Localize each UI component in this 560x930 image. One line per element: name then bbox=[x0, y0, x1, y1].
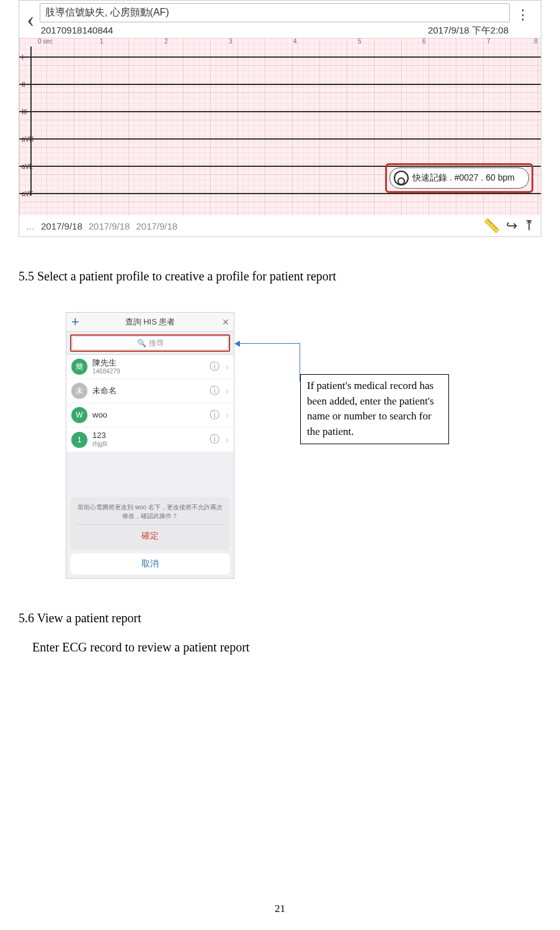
ecg-datetime: 2017/9/18 下午2:08 bbox=[428, 25, 509, 37]
search-input[interactable]: 🔍 搜尋 bbox=[72, 336, 228, 350]
list-item[interactable]: 1123rhjgfiiⓘ› bbox=[66, 427, 234, 452]
avatar: 1 bbox=[71, 432, 87, 448]
add-icon[interactable]: + bbox=[71, 313, 79, 331]
footer-date[interactable]: 2017/9/18 bbox=[41, 221, 82, 231]
quick-record-callout: 快速記錄 . #0027 . 60 bpm bbox=[385, 163, 533, 193]
footer-date[interactable]: 2017/9/18 bbox=[89, 221, 130, 231]
section-5-6-body: Enter ECG record to review a patient rep… bbox=[32, 640, 541, 655]
info-icon[interactable]: ⓘ bbox=[210, 409, 220, 422]
confirm-button[interactable]: 確定 bbox=[76, 524, 224, 547]
avatar: 未 bbox=[71, 383, 87, 399]
quick-record-text: 快速記錄 . #0027 . 60 bpm bbox=[412, 172, 515, 184]
avatar: 簡 bbox=[71, 359, 87, 375]
share-icon[interactable]: ↪ bbox=[506, 218, 517, 234]
ecg-title: 肢導信號缺失, 心房顫動(AF) bbox=[40, 3, 510, 22]
avatar: W bbox=[71, 407, 87, 423]
export-icon[interactable]: ⤒ bbox=[523, 218, 535, 234]
footer-ellipsis[interactable]: … bbox=[25, 221, 35, 231]
chevron-right-icon: › bbox=[226, 410, 229, 420]
list-item[interactable]: 未未命名ⓘ› bbox=[66, 379, 234, 403]
patient-name: 未命名 bbox=[92, 387, 117, 396]
info-icon[interactable]: ⓘ bbox=[210, 433, 220, 446]
section-5-6: 5.6 View a patient report bbox=[19, 611, 541, 625]
chevron-right-icon: › bbox=[226, 386, 229, 396]
more-icon[interactable]: ⋮ bbox=[510, 3, 536, 23]
patient-sub: rhjgfii bbox=[92, 440, 107, 448]
patient-list-screenshot: + 查詢 HIS 患者 × 🔍 搜尋 簡陳先生14684279ⓘ›未未命名ⓘ›W… bbox=[66, 312, 234, 579]
section-5-5: 5.5 Select a patient profile to creative… bbox=[19, 269, 541, 284]
cancel-button[interactable]: 取消 bbox=[70, 553, 230, 575]
list-item[interactable]: Wwooⓘ› bbox=[66, 403, 234, 427]
close-icon[interactable]: × bbox=[222, 313, 229, 331]
annotation-box: If patient's medical record has been add… bbox=[300, 374, 449, 444]
patient-name: 陳先生 bbox=[92, 359, 120, 368]
person-icon bbox=[394, 171, 409, 186]
list-item[interactable]: 簡陳先生14684279ⓘ› bbox=[66, 355, 234, 379]
dialog-title: 查詢 HIS 患者 bbox=[125, 316, 176, 328]
page-number: 21 bbox=[0, 903, 560, 915]
patient-sub: 14684279 bbox=[92, 368, 120, 375]
info-icon[interactable]: ⓘ bbox=[210, 385, 220, 398]
action-sheet: 當前心電圖將更改到 woo 名下，更改後將不允許再次修改，確認此操作？ 確定 取… bbox=[70, 497, 230, 575]
chevron-right-icon: › bbox=[226, 362, 229, 372]
ecg-sec-0: 0 sec bbox=[38, 38, 53, 45]
info-icon[interactable]: ⓘ bbox=[210, 360, 220, 373]
patient-name: woo bbox=[92, 411, 107, 420]
back-icon[interactable]: ‹ bbox=[24, 3, 40, 30]
ecg-screenshot: ‹ 肢導信號缺失, 心房顫動(AF) 20170918140844 2017/9… bbox=[19, 0, 541, 237]
footer-date[interactable]: 2017/9/18 bbox=[136, 221, 177, 231]
patient-name: 123 bbox=[92, 431, 107, 440]
search-icon: 🔍 bbox=[137, 339, 146, 347]
ruler-icon[interactable]: 📏 bbox=[483, 218, 500, 234]
ecg-record-id: 20170918140844 bbox=[41, 25, 113, 37]
sheet-message: 當前心電圖將更改到 woo 名下，更改後將不允許再次修改，確認此操作？ bbox=[76, 503, 224, 521]
annotation-arrow bbox=[234, 341, 300, 382]
search-highlight: 🔍 搜尋 bbox=[70, 334, 230, 352]
ecg-graph[interactable]: 0 sec 1 2 3 4 5 6 7 8 I II III aVR aVL a… bbox=[19, 38, 541, 215]
chevron-right-icon: › bbox=[226, 435, 229, 445]
